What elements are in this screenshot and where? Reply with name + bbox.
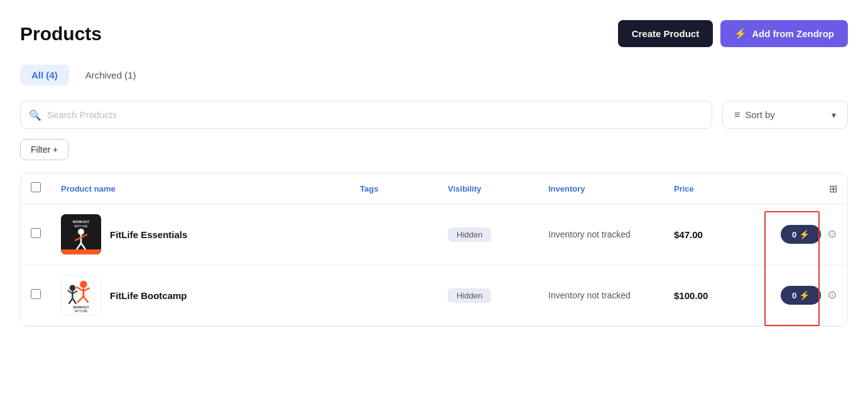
page-header: Products Create Product ⚡ Add from Zendr… xyxy=(20,20,848,47)
product-thumbnail-1: WORKOUT WITH ME xyxy=(61,214,101,254)
settings-icon-2[interactable]: ⚙ xyxy=(827,288,837,302)
zendrop-count-2: 0 xyxy=(792,291,796,300)
product-visibility-2: Hidden xyxy=(448,288,548,303)
product-inventory-1: Inventory not tracked xyxy=(548,229,674,239)
table-row: WORKOUT WITH ME FitLife Essentials xyxy=(21,204,847,265)
row-1-checkbox[interactable] xyxy=(31,228,41,238)
sort-icon: ≡ xyxy=(734,109,740,121)
settings-icon-1[interactable]: ⚙ xyxy=(827,227,837,241)
row-checkbox-cell-2 xyxy=(31,289,61,302)
products-table: Product name Tags Visibility Inventory P… xyxy=(20,173,848,327)
product-name-2: FitLife Bootcamp xyxy=(110,290,187,301)
search-sort-row: 🔍 ≡ Sort by ▾ xyxy=(20,101,848,129)
col-header-tags: Tags xyxy=(360,184,448,194)
col-header-actions: ⊞ xyxy=(762,183,837,195)
sort-dropdown[interactable]: ≡ Sort by ▾ xyxy=(722,101,848,129)
add-from-zendrop-button[interactable]: ⚡ Add from Zendrop xyxy=(720,20,848,47)
product-inventory-2: Inventory not tracked xyxy=(548,290,674,300)
svg-rect-9 xyxy=(61,249,101,254)
product-cell-2: WORKOUT WITH ME FitLife Bootcamp xyxy=(61,275,360,315)
columns-toggle-icon[interactable]: ⊞ xyxy=(829,183,837,195)
svg-text:WORKOUT: WORKOUT xyxy=(73,306,89,309)
product-price-2: $100.00 xyxy=(674,290,762,301)
product-thumbnail-2: WORKOUT WITH ME xyxy=(61,275,101,315)
chevron-down-icon: ▾ xyxy=(832,110,836,120)
select-all-checkbox[interactable] xyxy=(31,182,41,192)
product-actions-1: 0 ⚡ ⚙ xyxy=(762,225,837,244)
row-2-checkbox[interactable] xyxy=(31,289,41,299)
svg-point-11 xyxy=(80,281,87,288)
filter-row: Filter + xyxy=(20,139,848,160)
search-icon: 🔍 xyxy=(29,109,41,121)
zendrop-badge-2[interactable]: 0 ⚡ xyxy=(781,286,821,305)
svg-point-17 xyxy=(70,285,76,292)
create-product-button[interactable]: Create Product xyxy=(618,20,713,47)
zendrop-count-1: 0 xyxy=(792,230,796,239)
svg-text:WORKOUT: WORKOUT xyxy=(73,220,89,224)
col-header-inventory: Inventory xyxy=(548,184,674,194)
page-title: Products xyxy=(20,23,102,45)
tab-all[interactable]: All (4) xyxy=(20,65,69,85)
search-container: 🔍 xyxy=(20,101,712,129)
header-actions: Create Product ⚡ Add from Zendrop xyxy=(618,20,848,47)
product-actions-2: 0 ⚡ ⚙ xyxy=(762,286,837,305)
row-checkbox-cell-1 xyxy=(31,228,61,241)
svg-text:WITH ME: WITH ME xyxy=(75,310,89,313)
bolt-icon-1: ⚡ xyxy=(799,229,810,239)
product-price-1: $47.00 xyxy=(674,229,762,240)
zendrop-badge-1[interactable]: 0 ⚡ xyxy=(781,225,821,244)
select-all-checkbox-cell xyxy=(31,182,61,195)
col-header-visibility: Visibility xyxy=(448,184,548,194)
table-header: Product name Tags Visibility Inventory P… xyxy=(21,173,847,204)
sort-label: Sort by xyxy=(745,109,827,120)
zendrop-button-label: Add from Zendrop xyxy=(752,28,834,39)
tab-archived[interactable]: Archived (1) xyxy=(74,65,148,85)
tabs-bar: All (4) Archived (1) xyxy=(20,65,848,85)
svg-text:WITH ME: WITH ME xyxy=(74,224,88,228)
col-header-price: Price xyxy=(674,184,762,194)
table-row: WORKOUT WITH ME FitLife Bootcamp Hidden … xyxy=(21,265,847,326)
product-name-1: FitLife Essentials xyxy=(110,229,187,240)
filter-button[interactable]: Filter + xyxy=(20,139,68,160)
bolt-icon-2: ⚡ xyxy=(799,290,810,300)
product-visibility-1: Hidden xyxy=(448,227,548,242)
zendrop-icon: ⚡ xyxy=(734,28,747,40)
svg-point-3 xyxy=(78,229,84,235)
col-header-product-name: Product name xyxy=(61,184,360,194)
product-cell-1: WORKOUT WITH ME FitLife Essentials xyxy=(61,214,360,254)
search-input[interactable] xyxy=(20,101,712,129)
